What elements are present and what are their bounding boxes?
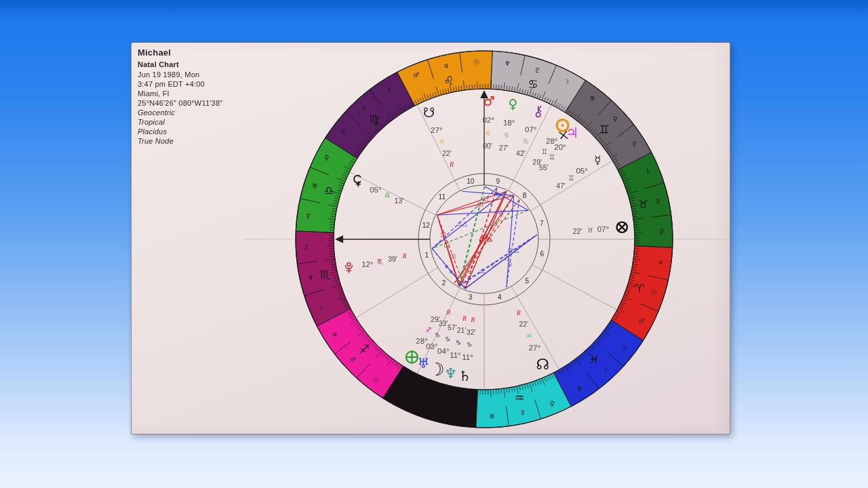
planet-glyph-moon: ☽ [429, 359, 445, 380]
planet-minutes: 39' [388, 255, 397, 263]
sign-glyph-scorpio: ♏ [320, 268, 330, 281]
house-number-2: 2 [442, 279, 446, 287]
planet-minutes: 42' [516, 149, 526, 157]
sign-glyph-aries: ♈ [634, 281, 644, 295]
planet-degree: 27° [431, 126, 442, 134]
aspect-lines: □□□□□△△△△△△△△△∗∗∗∗ [432, 186, 536, 289]
decan-glyph: ☿ [387, 86, 391, 94]
planet-degree: 03° [426, 342, 437, 350]
decan-glyph: ☽ [317, 304, 323, 311]
planet-minutes: 33' [439, 319, 448, 327]
setting-zodiac: Tropical [138, 117, 222, 127]
decan-glyph: ☿ [632, 140, 636, 148]
house-number-12: 12 [422, 222, 431, 229]
house-number-9: 9 [496, 178, 500, 185]
aspect-glyph: ∗ [449, 268, 454, 275]
decan-glyph: ☉ [373, 376, 379, 384]
house-number-8: 8 [523, 192, 527, 199]
planet-sign-glyph: ♒ [526, 332, 532, 340]
house-number-5: 5 [526, 277, 530, 285]
house-number-4: 4 [498, 293, 502, 301]
planet-sign-glyph: ♋ [523, 138, 529, 145]
planet-degree: 11° [450, 351, 461, 359]
planet-mercury: ☿05°♊47' [556, 153, 601, 190]
planet-degree: 05° [370, 186, 381, 194]
planet-minutes: 55' [539, 163, 549, 171]
decan-glyph: ♂ [413, 71, 419, 79]
planet-glyph-neptune: ♆ [444, 365, 457, 382]
chart-name: Michael [138, 48, 222, 58]
house-number-10: 10 [467, 178, 475, 185]
sign-glyph-aquarius: ♒ [514, 391, 524, 405]
decan-glyph: ☉ [473, 58, 479, 66]
planet-glyph-mercury: ☿ [594, 153, 601, 167]
planet-minutes: 22' [519, 320, 528, 328]
planet-degree: 18° [503, 119, 515, 127]
retrograde-marker: R [470, 316, 475, 323]
planet-minutes: 22' [442, 149, 452, 157]
planet-minutes: 00' [483, 142, 492, 150]
planet-glyph-saturn: ♄ [458, 368, 471, 384]
chart-time: 3:47 pm EDT +4:00 [138, 79, 222, 89]
setting-node-type: True Node [138, 136, 222, 146]
aspect-glyph: □ [440, 231, 446, 238]
planet-sign-glyph: ♊ [541, 148, 547, 155]
chart-info-panel: Michael Natal Chart Jun 19 1989, Mon 3:4… [138, 48, 222, 146]
ascendant-arrow [335, 235, 343, 243]
planet-sign-glyph: ♐ [425, 326, 431, 333]
decan-glyph: ♆ [505, 60, 511, 67]
decan-glyph: ♀ [613, 115, 618, 123]
chart-window: Michael Natal Chart Jun 19 1989, Mon 3:4… [131, 42, 730, 434]
planet-south-node: ☋27°♌22'R [423, 104, 454, 169]
house-ring-fill [530, 268, 539, 274]
planet-degree: 07° [597, 225, 609, 233]
planet-degree: 05° [576, 167, 587, 175]
planet-degree: 02° [482, 116, 494, 124]
planet-minutes: 57' [448, 323, 457, 331]
retrograde-marker: R [446, 308, 450, 316]
decan-glyph: ☿ [521, 409, 525, 416]
sign-glyph-taurus: ♉ [638, 197, 648, 211]
setting-centricity: Geocentric [138, 108, 222, 117]
planet-sign-glyph: ♑ [445, 336, 451, 343]
house-number-6: 6 [540, 250, 545, 258]
sign-glyph-leo: ♌ [443, 74, 454, 87]
decan-glyph: ♇ [304, 243, 310, 251]
aspect-glyph: △ [498, 208, 503, 215]
planet-sign-glyph: ♑ [456, 339, 462, 346]
decan-glyph: ♀ [429, 405, 433, 412]
aspect-glyph: △ [515, 247, 519, 253]
sign-glyph-libra: ♎ [323, 184, 334, 197]
chart-date: Jun 19 1989, Mon [138, 70, 222, 79]
house-number-11: 11 [439, 193, 446, 201]
planet-sign-glyph: ♏ [377, 258, 383, 265]
aspect-sun-trine-north-node [507, 195, 514, 287]
setting-house-system: Placidus [138, 127, 222, 136]
aspect-glyph: △ [462, 220, 467, 227]
planet-sign-glyph: ♑ [435, 331, 441, 339]
planet-mars: ♂02°♌00' [482, 94, 494, 150]
sign-glyph-sagittarius: ♐ [359, 342, 369, 356]
planet-north-node: ☊27°♒22'R [516, 309, 549, 373]
planet-pluto: 12°♏39'R [346, 252, 407, 272]
planet-glyph-venus: ♀ [508, 96, 517, 111]
aspect-glyph: △ [492, 260, 496, 267]
decan-glyph: ♀ [340, 127, 345, 135]
aspect-jupiter-trine-north-node [507, 200, 519, 287]
aspect-uranus-square-ceres [437, 215, 459, 285]
decan-glyph: ♀ [659, 228, 664, 235]
planet-sign-glyph: ♌ [439, 138, 445, 146]
planet-degree: 27° [529, 344, 540, 352]
decan-glyph: ☿ [459, 411, 463, 419]
retrograde-marker: R [402, 252, 407, 260]
planet-sign-glyph: ♎ [384, 191, 391, 199]
decan-glyph: ☽ [563, 78, 569, 85]
planet-sign-glyph: ♌ [485, 129, 491, 137]
house-number-3: 3 [469, 293, 473, 301]
decan-glyph: ☿ [306, 212, 310, 220]
planet-glyph-north-node: ☊ [536, 356, 549, 373]
planet-sign-glyph: ♊ [568, 174, 574, 182]
decan-glyph: ♃ [332, 331, 338, 338]
chart-coordinates: 25°N46'26" 080°W11'38" [138, 98, 222, 108]
sign-glyph-capricorn: ♑ [430, 388, 440, 401]
